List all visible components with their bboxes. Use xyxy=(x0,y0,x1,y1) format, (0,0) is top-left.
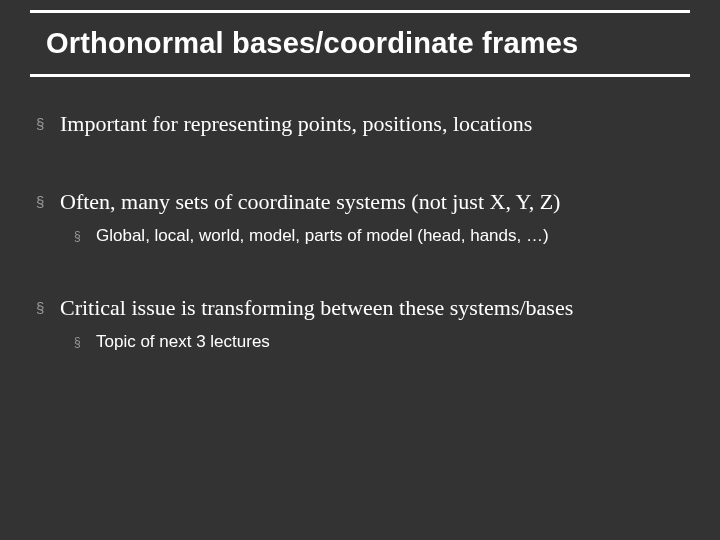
bullet-level1: § Critical issue is transforming between… xyxy=(36,295,690,321)
slide-title: Orthonormal bases/coordinate frames xyxy=(46,27,690,60)
bullet-level2: § Global, local, world, model, parts of … xyxy=(74,225,690,247)
slide: Orthonormal bases/coordinate frames § Im… xyxy=(0,0,720,540)
bullet-level2: § Topic of next 3 lectures xyxy=(74,331,690,353)
bullet-text: Topic of next 3 lectures xyxy=(96,331,270,353)
bullet-marker-icon: § xyxy=(74,225,96,247)
bullet-text: Often, many sets of coordinate systems (… xyxy=(60,189,560,215)
slide-content: § Important for representing points, pos… xyxy=(30,111,690,353)
bullet-text: Critical issue is transforming between t… xyxy=(60,295,573,321)
bullet-level1: § Important for representing points, pos… xyxy=(36,111,690,137)
bullet-text: Important for representing points, posit… xyxy=(60,111,532,137)
bullet-marker-icon: § xyxy=(36,111,60,137)
spacer xyxy=(36,253,690,295)
bullet-marker-icon: § xyxy=(36,295,60,321)
bullet-text: Global, local, world, model, parts of mo… xyxy=(96,225,549,247)
bullet-marker-icon: § xyxy=(74,331,96,353)
bullet-level1: § Often, many sets of coordinate systems… xyxy=(36,189,690,215)
title-block: Orthonormal bases/coordinate frames xyxy=(30,10,690,77)
spacer xyxy=(36,147,690,189)
bullet-marker-icon: § xyxy=(36,189,60,215)
